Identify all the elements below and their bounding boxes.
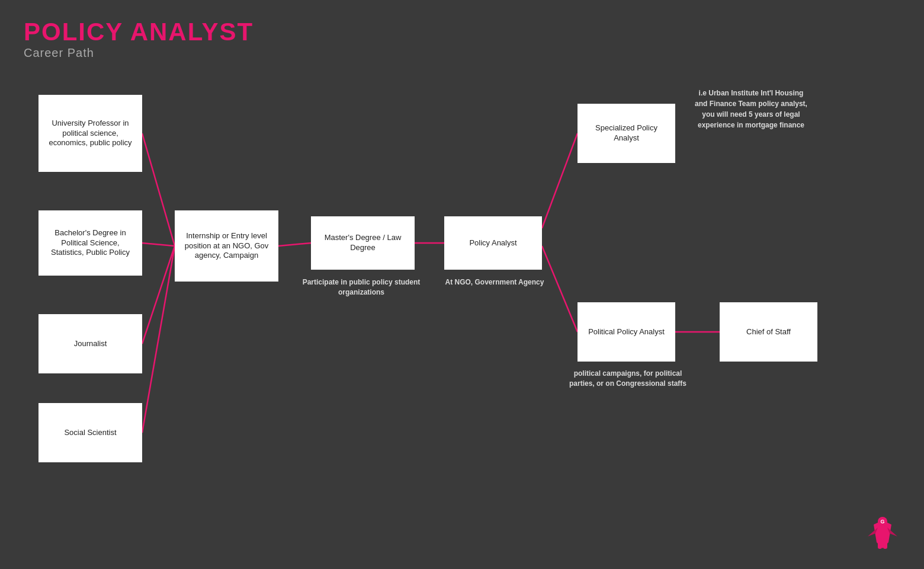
page-title: POLICY ANALYST: [24, 18, 254, 46]
journalist-label: Journalist: [74, 339, 107, 349]
internship-label: Internship or Entry level position at an…: [181, 231, 272, 261]
svg-line-3: [142, 246, 175, 433]
bachelors-degree-box: Bachelor's Degree in Political Science, …: [38, 210, 142, 276]
at-ngo-label: At NGO, Government Agency: [435, 277, 554, 287]
svg-line-1: [142, 243, 175, 246]
svg-text:G: G: [880, 519, 884, 525]
annotation-specialized: i.e Urban Institute Int'l Housing and Fi…: [692, 88, 810, 130]
svg-line-6: [542, 133, 578, 228]
svg-line-0: [142, 133, 175, 246]
participate-label: Participate in public policy student org…: [302, 277, 421, 298]
chief-of-staff-box: Chief of Staff: [720, 302, 817, 362]
masters-degree-box: Master's Degree / Law Degree: [311, 216, 415, 270]
masters-degree-label: Master's Degree / Law Degree: [317, 233, 409, 253]
specialized-policy-analyst-box: Specialized Policy Analyst: [578, 104, 675, 163]
journalist-box: Journalist: [38, 314, 142, 373]
svg-line-7: [542, 246, 578, 332]
bachelors-degree-label: Bachelor's Degree in Political Science, …: [44, 228, 136, 258]
political-campaigns-label: political campaigns, for political parti…: [566, 369, 690, 389]
social-scientist-box: Social Scientist: [38, 403, 142, 462]
social-scientist-label: Social Scientist: [64, 428, 116, 438]
political-policy-analyst-label: Political Policy Analyst: [588, 327, 665, 337]
svg-rect-12: [878, 526, 887, 538]
policy-analyst-box: Policy Analyst: [444, 216, 542, 270]
policy-analyst-label: Policy Analyst: [469, 238, 516, 248]
page-subtitle: Career Path: [24, 46, 254, 60]
university-professor-box: University Professor in political scienc…: [38, 95, 142, 172]
internship-box: Internship or Entry level position at an…: [175, 210, 278, 282]
political-policy-analyst-box: Political Policy Analyst: [578, 302, 675, 362]
svg-rect-13: [878, 538, 882, 549]
svg-rect-14: [883, 538, 887, 549]
svg-line-2: [142, 246, 175, 344]
chief-of-staff-label: Chief of Staff: [746, 327, 791, 337]
logo: G: [865, 516, 900, 557]
svg-line-4: [278, 243, 311, 246]
superhero-icon: G: [865, 516, 900, 557]
header: POLICY ANALYST Career Path: [24, 18, 254, 60]
university-professor-label: University Professor in political scienc…: [44, 119, 136, 149]
specialized-policy-analyst-label: Specialized Policy Analyst: [583, 123, 669, 143]
